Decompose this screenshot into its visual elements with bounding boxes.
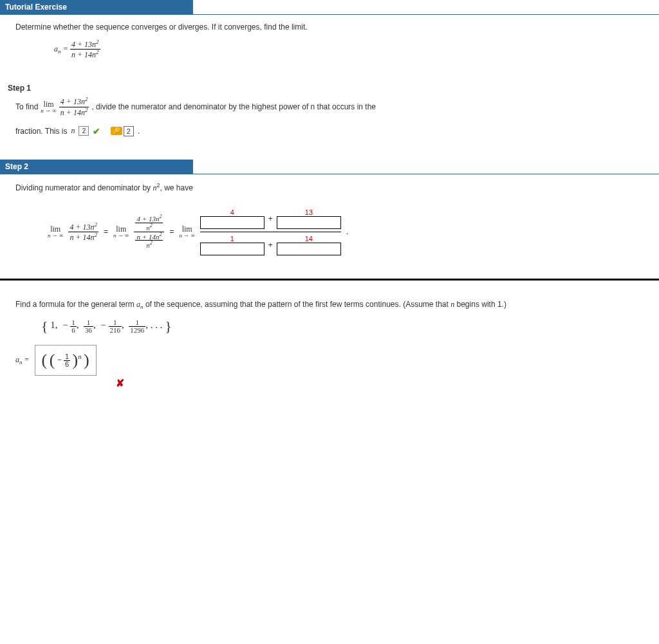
check-icon: ✔ <box>93 126 100 136</box>
step1-text3: fraction. This is <box>15 127 67 136</box>
hint-d: 14 <box>305 235 313 243</box>
answer-fraction: 4 + 13 1 + 14 <box>200 206 341 258</box>
step1-label: Step 1 <box>0 80 659 97</box>
key-value: 2 <box>124 126 134 136</box>
key-icon: 🔑 <box>111 127 122 135</box>
step1-text1: To find <box>15 102 38 111</box>
hint-a: 4 <box>230 208 234 216</box>
blank-numerator-1[interactable] <box>200 216 265 229</box>
formula-den: n + 14n2 <box>70 50 100 59</box>
answer-row: an = ( ( − 16 )n ) <box>15 345 644 376</box>
step2-header-line: Step 2 <box>0 160 659 174</box>
step2-text: Dividing numerator and denominator by n2… <box>15 182 644 193</box>
step1-content: To find lim n → ∞ 4 + 13n2 n + 14n2 , di… <box>0 97 659 143</box>
blank-denominator-2[interactable] <box>277 243 341 255</box>
blank-denominator-1[interactable] <box>200 243 265 255</box>
problem2: Find a formula for the general term an o… <box>0 292 659 397</box>
problem2-text: Find a formula for the general term an o… <box>15 300 644 310</box>
wrong-icon: ✘ <box>116 378 124 389</box>
hint-b: 13 <box>305 208 313 216</box>
exponent-answer[interactable]: 2 <box>79 126 89 136</box>
step1-fraction: 4 + 13n2 n + 14n2 <box>59 97 89 116</box>
answer-input[interactable]: ( ( − 16 )n ) <box>35 345 97 376</box>
step1-text2: , divide the numerator and denominator b… <box>91 102 376 111</box>
blank-numerator-2[interactable] <box>277 216 341 229</box>
limit-notation: lim n → ∞ <box>41 100 56 114</box>
tutorial-header: Tutorial Exercise <box>0 0 193 14</box>
hint-c: 1 <box>230 235 234 243</box>
tutorial-content: Determine whether the sequence converges… <box>0 15 659 67</box>
step2-equation: limn → ∞ 4 + 13n2 n + 14n2 = limn → ∞ 4 … <box>48 206 644 258</box>
key-reveal[interactable]: 🔑 2 <box>111 126 134 136</box>
sequence-formula: an = 4 + 13n2 n + 14n2 <box>54 39 644 59</box>
question-text: Determine whether the sequence converges… <box>15 23 644 32</box>
sequence-display: { 1, − 16, 136, − 1216, 11296, . . . } <box>41 318 644 335</box>
step2-content: Dividing numerator and denominator by n2… <box>0 174 659 266</box>
step2-label: Step 2 <box>0 160 193 174</box>
formula-num: 4 + 13n2 <box>70 39 100 50</box>
n-variable: n <box>71 126 75 136</box>
tutorial-header-line: Tutorial Exercise <box>0 0 659 15</box>
